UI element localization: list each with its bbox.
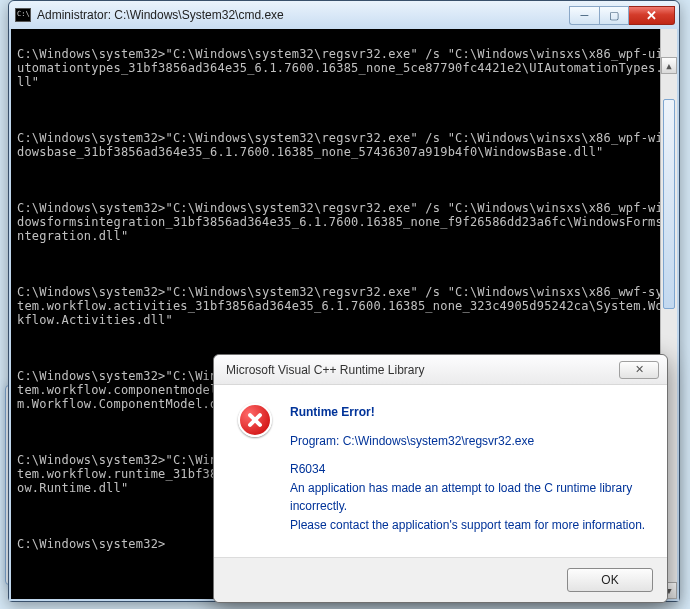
program-label: Program:: [290, 434, 343, 448]
error-message: An application has made an attempt to lo…: [290, 481, 632, 514]
dialog-text: Runtime Error! Program: C:\Windows\syste…: [290, 403, 647, 545]
console-line: C:\Windows\system32>"C:\Windows\system32…: [17, 47, 675, 89]
dialog-close-button[interactable]: ✕: [619, 361, 659, 379]
scroll-thumb[interactable]: [663, 99, 675, 309]
ok-button[interactable]: OK: [567, 568, 653, 592]
maximize-button[interactable]: ▢: [599, 6, 629, 25]
error-message: Please contact the application's support…: [290, 518, 645, 532]
cmd-icon: [15, 8, 31, 22]
console-line: C:\Windows\system32>"C:\Windows\system32…: [17, 131, 675, 159]
console-line: C:\Windows\system32>"C:\Windows\system32…: [17, 285, 675, 327]
dialog-footer: OK: [214, 557, 667, 602]
program-path: C:\Windows\system32\regsvr32.exe: [343, 434, 534, 448]
scroll-up-button[interactable]: ▲: [661, 57, 677, 74]
console-line: C:\Windows\system32>"C:\Windows\system32…: [17, 201, 675, 243]
minimize-button[interactable]: ─: [569, 6, 599, 25]
cmd-titlebar[interactable]: Administrator: C:\Windows\System32\cmd.e…: [9, 1, 679, 29]
error-heading: Runtime Error!: [290, 405, 375, 419]
close-button[interactable]: ✕: [629, 6, 675, 25]
runtime-error-dialog: Microsoft Visual C++ Runtime Library ✕ R…: [213, 354, 668, 603]
dialog-titlebar[interactable]: Microsoft Visual C++ Runtime Library ✕: [214, 355, 667, 385]
error-icon: [238, 403, 272, 437]
error-code: R6034: [290, 462, 325, 476]
dialog-title: Microsoft Visual C++ Runtime Library: [226, 363, 619, 377]
cmd-title: Administrator: C:\Windows\System32\cmd.e…: [37, 8, 563, 22]
